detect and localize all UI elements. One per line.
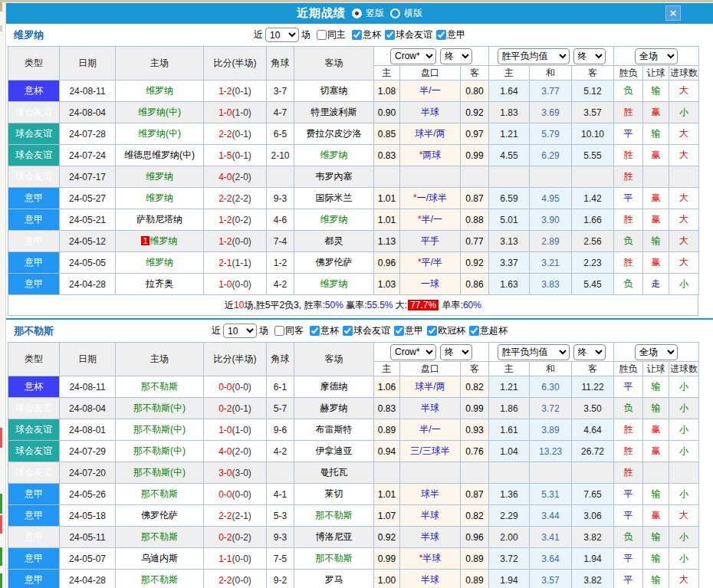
type-badge: 球会友谊 [8, 419, 60, 441]
competition-filter[interactable]: 球会友谊 [385, 28, 432, 41]
date-cell: 24-05-21 [60, 209, 116, 231]
match-count-select[interactable]: 10 [223, 324, 257, 338]
col-corner: 角球 [267, 343, 294, 376]
date-cell: 24-07-17 [60, 166, 116, 188]
avg-draw-odds: 2.89 [530, 231, 572, 252]
crow-home-odds: 0.96 [374, 252, 400, 274]
col-home: 主场 [116, 47, 204, 80]
avg-time-select[interactable]: 终 [573, 344, 606, 360]
avg-lose-odds: 10.10 [572, 123, 614, 145]
competition-filter[interactable]: 球会友谊 [343, 324, 390, 337]
col-corner: 角球 [267, 47, 294, 80]
avg-win-odds: 2.29 [489, 505, 530, 527]
score-cell: 1-0(1-0) [204, 102, 267, 123]
competition-filter[interactable]: 意超杯 [469, 324, 508, 337]
odds-time-select[interactable]: 终 [440, 48, 472, 64]
crow-home-odds: 1.00 [374, 570, 400, 588]
handicap-cell: *两球 [400, 145, 461, 166]
close-icon[interactable]: ✕ [665, 5, 681, 21]
team-name: 那不勒斯 [14, 324, 54, 338]
horizontal-layout-radio[interactable] [390, 8, 400, 18]
crow-away-odds: 0.86 [461, 274, 489, 295]
competition-filter[interactable]: 意杯 [310, 324, 339, 337]
crow-away-odds: 0.82 [461, 376, 489, 398]
score-cell: 0-2(0-1) [204, 398, 267, 419]
col-result: 胜负 [614, 66, 643, 80]
crow-home-odds: 1.03 [374, 274, 400, 295]
date-cell: 24-05-11 [60, 527, 116, 548]
avg-win-odds: 3.72 [489, 548, 530, 570]
type-badge: 球会友谊 [8, 102, 60, 123]
handicap-cell: 半/一 [400, 419, 461, 441]
horizontal-layout-label: 横版 [404, 7, 422, 20]
odds-time-select[interactable]: 终 [440, 344, 472, 360]
match-count-select[interactable]: 10 [265, 28, 299, 42]
team-section-home: 维罗纳 近 10 场 同主 意杯球会友谊意甲 类型 日期 主场 [6, 24, 713, 316]
avg-win-odds: 5.01 [489, 209, 530, 231]
home-team-cell: 那不勒斯(中) [116, 398, 204, 419]
result-cell: 胜 [614, 252, 643, 274]
result-cell: 胜 [614, 419, 643, 441]
crow-home-odds: 1.13 [374, 231, 400, 252]
goals-cell: 大 [669, 231, 699, 252]
crow-home-odds: 0.94 [374, 441, 400, 462]
odds-company-select[interactable]: Crow* [390, 344, 436, 360]
handicap-result-cell: 赢 [643, 419, 669, 441]
handicap-cell: 半球 [400, 570, 461, 588]
scope-select[interactable]: 全场 [635, 344, 678, 360]
handicap-cell [400, 166, 461, 188]
date-cell: 24-07-29 [60, 441, 116, 462]
avg-time-select[interactable]: 终 [573, 48, 606, 64]
avg-win-odds: 2.00 [489, 527, 530, 548]
competition-filter[interactable]: 意甲 [394, 324, 423, 337]
vertical-layout-radio[interactable] [352, 8, 362, 18]
avg-draw-odds: 3.89 [530, 419, 572, 441]
avg-win-odds: 1.21 [489, 123, 530, 145]
avg-select[interactable]: 胜平负均值 [498, 48, 570, 64]
col-score: 比分(半场) [204, 47, 267, 80]
avg-win-odds: 1.94 [489, 570, 530, 588]
same-venue-checkbox[interactable]: 同主 [317, 28, 346, 41]
avg-draw-odds: 13.23 [530, 441, 572, 462]
avg-draw-odds: 3.83 [530, 274, 572, 295]
avg-controls: 胜平负均值 终 [489, 343, 614, 362]
result-cell: 平 [614, 548, 643, 570]
type-badge: 意杯 [8, 376, 60, 398]
type-badge: 意甲 [8, 484, 60, 505]
competition-filter[interactable]: 意甲 [436, 28, 465, 41]
crow-home-odds: 1.01 [374, 484, 400, 505]
odds-company-select[interactable]: Crow* [390, 48, 436, 64]
results-table: 类型 日期 主场 比分(半场) 角球 客场 Crow* 终 胜平负均值 [8, 46, 699, 295]
avg-win-odds: 1.36 [489, 484, 530, 505]
match-row: 球会友谊 24-07-17 维罗纳 4-0(2-0) 韦罗內塞 胜 [8, 166, 699, 188]
competition-filter[interactable]: 欧冠杯 [427, 324, 465, 337]
match-row: 意杯 24-08-11 那不勒斯 0-0(0-0) 6-1 摩德纳 1.06 球… [8, 376, 699, 398]
avg-select[interactable]: 胜平负均值 [498, 344, 570, 360]
crow-away-odds: 0.89 [461, 570, 489, 588]
avg-lose-odds: 2.23 [572, 252, 614, 274]
avg-win-odds: 1.63 [489, 274, 530, 295]
same-venue-checkbox[interactable]: 同客 [274, 324, 304, 337]
crow-away-odds: 0.87 [461, 188, 489, 209]
competition-filter[interactable]: 意杯 [352, 28, 381, 41]
team-name: 维罗纳 [14, 28, 44, 42]
handicap-cell: 球半 [400, 484, 461, 505]
recent-label: 近 [254, 28, 263, 41]
corner-cell: 7-4 [267, 231, 294, 252]
avg-win-odds: 1.86 [489, 398, 530, 419]
col-score: 比分(半场) [204, 343, 267, 376]
avg-draw-odds: 3.90 [530, 209, 572, 231]
corner-cell [267, 166, 294, 188]
handicap-result-cell: 输 [643, 527, 669, 548]
scope-select[interactable]: 全场 [635, 48, 678, 64]
home-team-cell: 那不勒斯 [116, 527, 204, 548]
handicap-cell [400, 462, 461, 484]
filters-bar: 近 10 场 同客 意杯球会友谊意甲欧冠杯意超杯 [212, 324, 508, 338]
home-team-cell: 佛罗伦萨 [116, 505, 204, 527]
date-cell: 24-05-26 [60, 484, 116, 505]
type-badge: 意甲 [8, 548, 60, 570]
home-team-cell: 那不勒斯(中) [116, 419, 204, 441]
type-badge: 意甲 [8, 527, 60, 548]
corner-cell: 9-2 [267, 570, 294, 588]
col-handicap: 盘口 [400, 362, 461, 376]
